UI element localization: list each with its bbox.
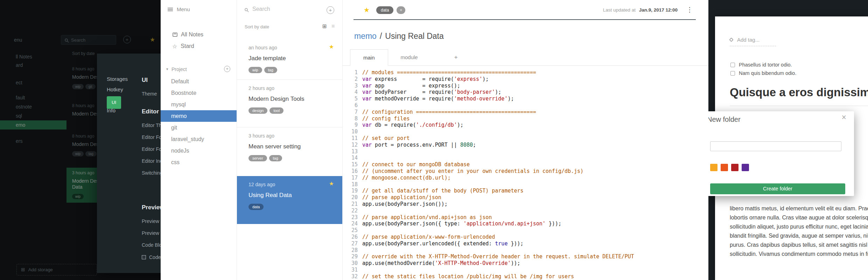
settings-nav-item[interactable]: UI [107, 95, 138, 105]
code-line: 16// (uncomment after you enter in your … [343, 168, 708, 175]
settings-nav-item[interactable]: Info [107, 105, 138, 116]
folder-name-input[interactable] [710, 141, 841, 151]
breadcrumb-separator: / [380, 31, 382, 41]
code-line: 23// parse application/vnd.api+json as j… [343, 214, 708, 221]
line-number: 15 [343, 161, 362, 168]
settings-nav-item[interactable]: Hotkey [107, 84, 138, 95]
breadcrumb-folder[interactable]: memo [354, 31, 377, 41]
code-editor[interactable]: 1// modules ============================… [343, 69, 708, 280]
hamburger-icon [168, 7, 173, 12]
last-updated-value: Jan.9, 2017 12:00 [639, 7, 678, 13]
project-section-header[interactable]: ▾ Project + [161, 66, 237, 74]
new-note-button[interactable]: + [327, 6, 334, 14]
sidebar-folder-mysql[interactable]: mysql [161, 99, 237, 110]
last-updated: Last updated at Jan.9, 2017 12:00 [603, 7, 678, 13]
sidebar-folder-memo[interactable]: memo [161, 110, 237, 122]
line-number: 22 [343, 208, 362, 214]
sidebar-folder-nodejs[interactable]: nodeJs [161, 145, 237, 156]
note-tags: designtool [248, 107, 342, 114]
tag-badge: tag [264, 67, 277, 73]
add-tag-button[interactable]: + [397, 6, 405, 14]
note-list-item[interactable]: 3 hours agoMean server settingservertag [237, 127, 342, 176]
code-line: 3var app = express(); [343, 83, 708, 89]
code-line: 8// config files [343, 115, 708, 122]
settings-nav: StoragesHotkeyUIInfo [107, 74, 138, 116]
note-list-item[interactable]: 2 hours agoModern Design Toolsdesigntool [237, 80, 342, 127]
line-number: 14 [343, 155, 362, 161]
line-number: 13 [343, 148, 362, 155]
checkbox-icon[interactable] [730, 71, 735, 76]
code-text: var bodyParser = require('body-parser'); [362, 89, 501, 96]
search-icon [245, 8, 248, 11]
new-folder-dialog: New folder × Create folder [699, 111, 854, 196]
code-text: var express = require('express'); [362, 76, 489, 83]
note-cards: an hours ago★Jade templatewiptag2 hours … [237, 39, 342, 224]
tab-module[interactable]: module [393, 49, 426, 65]
sidebar-folder-git[interactable]: git [161, 122, 237, 133]
note-title-row: memo/Using Real Data [354, 31, 444, 41]
sidebar-item-all-notes[interactable]: All Notes [161, 29, 203, 40]
line-number: 1 [343, 69, 362, 76]
sidebar-folder-css[interactable]: css [161, 156, 237, 168]
close-icon[interactable]: × [842, 113, 846, 122]
sidebar: Menu All Notes ☆ Stard ▾ Project + Defau… [161, 0, 237, 280]
line-number: 20 [343, 194, 362, 201]
note-list-item[interactable]: an hours ago★Jade templatewiptag [237, 39, 342, 80]
checkbox-row[interactable]: Nam quis bibendum odio. [730, 69, 796, 77]
line-number: 11 [343, 135, 362, 142]
list-view-icon[interactable]: ≡ [331, 23, 335, 29]
code-line: 28 [343, 247, 708, 254]
code-text: app.use(bodyParser.json()); [362, 201, 448, 208]
code-line: 21app.use(bodyParser.json()); [343, 201, 708, 208]
line-number: 27 [343, 240, 362, 247]
star-icon[interactable]: ★ [329, 180, 334, 187]
create-folder-button[interactable]: Create folder [710, 183, 845, 194]
tab-main[interactable]: main [350, 49, 388, 66]
grid-view-icon[interactable]: ⊞ [322, 23, 327, 29]
menu-label: Menu [177, 6, 190, 12]
menu-button[interactable]: Menu [168, 6, 190, 12]
all-notes-label: All Notes [181, 31, 203, 38]
settings-nav-item[interactable]: Storages [107, 74, 138, 84]
new-tab-button[interactable]: + [451, 49, 461, 65]
star-icon[interactable]: ★ [364, 6, 370, 14]
code-line: 18 [343, 181, 708, 188]
code-text: var app = express(); [362, 83, 460, 89]
note-detail-panel: ★ data+ Last updated at Jan.9, 2017 12:0… [343, 0, 708, 280]
tag-badge[interactable]: data [376, 6, 393, 14]
tag-icon [729, 37, 734, 42]
chevron-down-icon: ▾ [166, 67, 168, 71]
dialog-swatches [710, 164, 752, 171]
code-text: // modules =============================… [362, 69, 536, 76]
sidebar-item-starred[interactable]: ☆ Stard [161, 41, 194, 51]
note-tags: data [248, 203, 342, 210]
line-number: 10 [343, 128, 362, 135]
checkbox-icon[interactable] [730, 63, 735, 67]
color-swatch[interactable] [710, 164, 718, 171]
sidebar-folder-default[interactable]: Default [161, 76, 237, 87]
tag-badge: design [248, 107, 267, 114]
code-text: // mongoose.connect(db.url); [362, 175, 451, 181]
code-text: // config files [362, 115, 410, 122]
code-text: var methodOverride = require('method-ove… [362, 96, 514, 102]
add-tag-field[interactable]: Add tag... [730, 37, 776, 46]
add-folder-button[interactable]: + [224, 66, 230, 72]
code-line: 5var methodOverride = require('method-ov… [343, 96, 708, 102]
color-swatch[interactable] [721, 164, 728, 171]
line-number: 25 [343, 227, 362, 234]
sidebar-folder-laravel_study[interactable]: laravel_study [161, 133, 237, 145]
sort-by-label[interactable]: Sort by date [245, 24, 269, 29]
checkbox-row[interactable]: Phasellus id tortor odio. [730, 61, 796, 69]
code-line: 20// parse application/json [343, 194, 708, 201]
note-list-item[interactable]: 12 days ago★Using Real Datadata [237, 176, 342, 224]
code-line: 9var db = require('./config/db'); [343, 122, 708, 128]
color-swatch[interactable] [731, 164, 738, 171]
sidebar-folder-boostnote[interactable]: Boostnote [161, 87, 237, 99]
checkbox-icon[interactable] [142, 255, 146, 259]
paragraph-line: sollicitudin. Vivamus condimentum commod… [730, 250, 868, 259]
search-input[interactable] [252, 6, 315, 12]
kebab-menu-icon[interactable]: ⋮ [686, 6, 693, 14]
color-swatch[interactable] [742, 164, 749, 171]
line-number: 8 [343, 115, 362, 122]
star-icon[interactable]: ★ [329, 43, 334, 50]
